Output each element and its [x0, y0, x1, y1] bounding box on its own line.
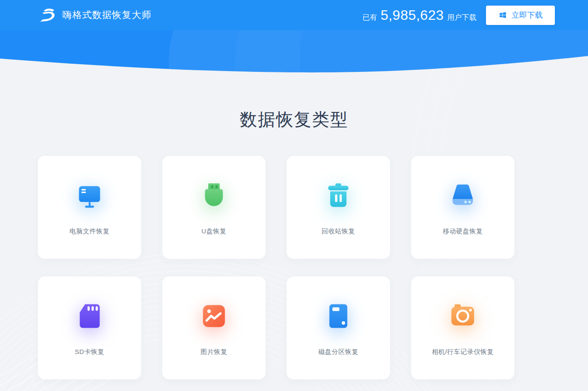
sd-card-icon	[38, 302, 141, 330]
hi-format-d-logo-icon	[39, 7, 57, 23]
hero-wave-banner	[0, 30, 588, 78]
card-portable-hard-drive-recovery[interactable]: 移动硬盘恢复	[411, 156, 514, 259]
card-label: 图片恢复	[162, 348, 266, 356]
disk-partition-icon	[287, 302, 390, 330]
card-label: 回收站恢复	[287, 227, 390, 236]
windows-icon	[498, 11, 507, 19]
page-title: 数据恢复类型	[0, 78, 588, 129]
card-label: 电脑文件恢复	[38, 227, 141, 236]
download-button-label: 立即下载	[512, 10, 543, 20]
computer-monitor-icon	[38, 182, 141, 209]
download-stats: 已有 5,985,623 用户下载	[362, 7, 477, 23]
header-bar: 嗨格式数据恢复大师 已有 5,985,623 用户下载 立即下载	[0, 0, 588, 30]
card-label: U盘恢复	[162, 227, 266, 236]
card-label: 相机/行车记录仪恢复	[411, 348, 514, 356]
app-title: 嗨格式数据恢复大师	[62, 9, 152, 22]
downloads-suffix: 用户下载	[447, 12, 477, 22]
portable-hard-drive-icon	[411, 182, 514, 209]
card-label: 移动硬盘恢复	[411, 227, 514, 236]
card-computer-file-recovery[interactable]: 电脑文件恢复	[38, 156, 141, 259]
card-usb-drive-recovery[interactable]: U盘恢复	[162, 156, 266, 259]
camera-icon	[411, 302, 514, 330]
card-label: SD卡恢复	[38, 348, 141, 356]
recovery-type-grid: 电脑文件恢复 U盘恢复	[38, 156, 514, 379]
card-sd-card-recovery[interactable]: SD卡恢复	[38, 276, 141, 379]
recycle-bin-icon	[287, 182, 390, 209]
card-label: 磁盘分区恢复	[287, 348, 390, 356]
photo-icon	[162, 302, 266, 330]
card-photo-recovery[interactable]: 图片恢复	[162, 276, 266, 379]
card-disk-partition-recovery[interactable]: 磁盘分区恢复	[287, 276, 390, 379]
usb-drive-icon	[162, 182, 266, 209]
card-camera-dashcam-recovery[interactable]: 相机/行车记录仪恢复	[411, 276, 514, 379]
card-recycle-bin-recovery[interactable]: 回收站恢复	[287, 156, 390, 259]
download-now-button[interactable]: 立即下载	[486, 6, 555, 25]
downloads-prefix: 已有	[362, 12, 377, 22]
downloads-count: 5,985,623	[381, 7, 444, 23]
